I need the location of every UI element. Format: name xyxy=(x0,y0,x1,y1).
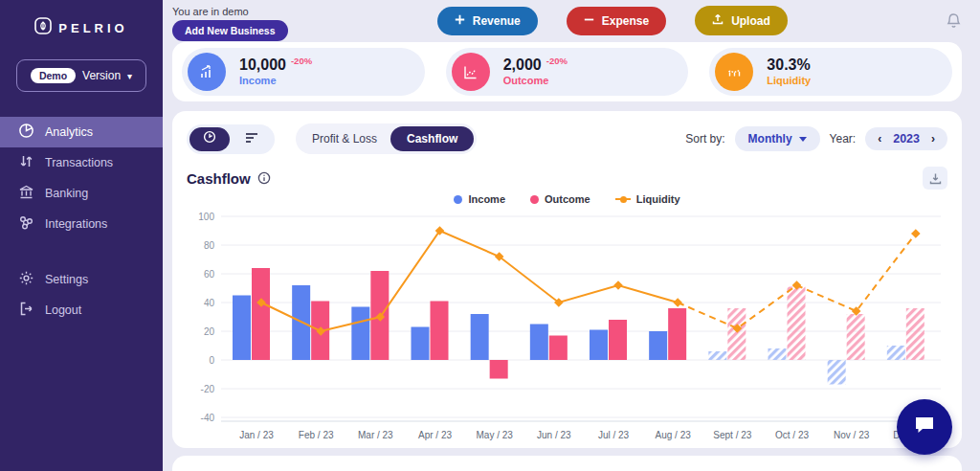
legend-income[interactable]: Income xyxy=(454,193,505,205)
integrations-icon xyxy=(18,214,34,234)
bank-icon xyxy=(18,184,34,203)
demo-badge: Demo xyxy=(31,68,76,83)
sidebar-item-settings[interactable]: Settings xyxy=(0,264,163,295)
chat-widget-button[interactable] xyxy=(897,399,952,455)
liquidity-value: 30.3% xyxy=(767,56,811,74)
plus-icon xyxy=(455,14,465,28)
sidebar-nav: Analytics Transactions Banking Integrati… xyxy=(0,117,163,325)
year-label: Year: xyxy=(830,132,857,146)
svg-text:100: 100 xyxy=(198,212,214,222)
cashflow-chart[interactable]: 100806040200-20-40Jan / 23Feb / 23Mar / … xyxy=(187,207,947,448)
outcome-value: 2,000-20% xyxy=(503,56,568,75)
svg-text:Nov / 23: Nov / 23 xyxy=(834,430,870,440)
stats-card: 10,000-20% Income 2,000-20% Outcome 30.3… xyxy=(172,42,962,101)
stat-liquidity: 30.3% Liquidity xyxy=(709,48,952,96)
svg-text:Aug / 23: Aug / 23 xyxy=(656,430,692,440)
topbar: You are in demo Add New Business Revenue… xyxy=(172,0,962,41)
income-label: Income xyxy=(239,75,312,87)
sort-dropdown[interactable]: Monthly xyxy=(735,126,820,151)
svg-text:-20: -20 xyxy=(201,384,215,394)
notifications-bell-icon[interactable] xyxy=(937,12,962,30)
sidebar: PELRIO Demo Version ▾ Analytics Transact… xyxy=(0,0,163,471)
sort-by-label: Sort by: xyxy=(685,132,724,146)
legend-liquidity[interactable]: Liquidity xyxy=(615,193,680,205)
liquidity-label: Liquidity xyxy=(767,75,811,87)
gear-icon xyxy=(18,270,34,289)
svg-text:40: 40 xyxy=(204,298,215,308)
chart-tabs: Profit & Loss Cashflow xyxy=(296,123,477,154)
svg-text:60: 60 xyxy=(204,269,215,280)
bars-list-icon xyxy=(245,130,258,147)
version-selector[interactable]: Demo Version ▾ xyxy=(16,59,146,92)
year-value: 2023 xyxy=(893,132,920,146)
app-logo: PELRIO xyxy=(0,0,163,38)
download-chart-button[interactable] xyxy=(923,167,947,190)
chart-controls: Profit & Loss Cashflow Sort by: Monthly … xyxy=(187,123,947,154)
leaf-logo-icon xyxy=(34,17,52,38)
minus-icon xyxy=(584,14,594,28)
svg-text:Jun / 23: Jun / 23 xyxy=(537,430,571,440)
svg-text:Jul / 23: Jul / 23 xyxy=(598,430,630,440)
next-year-button[interactable]: › xyxy=(931,133,935,145)
prev-year-button[interactable]: ‹ xyxy=(878,133,881,145)
svg-text:May / 23: May / 23 xyxy=(476,430,513,440)
income-legend-dot xyxy=(454,195,462,204)
svg-text:Sept / 23: Sept / 23 xyxy=(713,430,751,440)
sidebar-item-banking[interactable]: Banking xyxy=(0,178,163,209)
pie-chart-icon xyxy=(18,123,34,142)
sidebar-item-logout[interactable]: Logout xyxy=(0,295,163,325)
income-value: 10,000-20% xyxy=(239,56,312,75)
upload-icon xyxy=(712,13,724,28)
outcome-legend-dot xyxy=(530,195,539,204)
sidebar-item-analytics[interactable]: Analytics xyxy=(0,117,163,147)
income-delta: -20% xyxy=(291,56,312,66)
info-icon[interactable] xyxy=(257,171,271,185)
cashflow-card: Profit & Loss Cashflow Sort by: Monthly … xyxy=(172,111,962,448)
svg-text:Oct / 23: Oct / 23 xyxy=(775,430,809,440)
demo-note: You are in demo xyxy=(172,6,288,17)
svg-text:20: 20 xyxy=(204,326,215,337)
svg-text:Mar / 23: Mar / 23 xyxy=(358,430,393,440)
stat-outcome: 2,000-20% Outcome xyxy=(446,48,689,96)
svg-text:-40: -40 xyxy=(201,413,215,423)
arrows-updown-icon xyxy=(18,153,34,172)
chat-icon xyxy=(913,415,936,439)
clock-icon xyxy=(203,130,216,147)
legend-outcome[interactable]: Outcome xyxy=(530,193,590,205)
time-view-button[interactable] xyxy=(189,127,230,151)
page-title: Cashflow xyxy=(187,170,251,187)
bar-trend-icon xyxy=(188,53,226,91)
add-new-business-button[interactable]: Add New Business xyxy=(172,20,288,41)
upload-button[interactable]: Upload xyxy=(695,6,788,35)
sidebar-item-integrations[interactable]: Integrations xyxy=(0,209,163,239)
revenue-button[interactable]: Revenue xyxy=(437,7,538,35)
svg-text:0: 0 xyxy=(209,355,214,366)
caret-down-icon xyxy=(799,137,807,142)
line-chart-icon xyxy=(715,53,753,91)
tab-profit-loss[interactable]: Profit & Loss xyxy=(299,126,390,151)
liquidity-legend-marker xyxy=(615,198,631,200)
year-selector: ‹ 2023 › xyxy=(865,127,947,150)
tab-cashflow[interactable]: Cashflow xyxy=(390,126,474,151)
view-mode-toggle xyxy=(187,124,275,154)
outcome-delta: -20% xyxy=(546,56,568,66)
chart-frame-icon xyxy=(452,53,490,91)
chevron-down-icon: ▾ xyxy=(127,71,132,81)
main-content: You are in demo Add New Business Revenue… xyxy=(163,0,980,471)
app-name: PELRIO xyxy=(58,21,127,35)
svg-text:Jan / 23: Jan / 23 xyxy=(239,430,274,440)
svg-text:Apr / 23: Apr / 23 xyxy=(418,430,452,440)
sidebar-item-transactions[interactable]: Transactions xyxy=(0,147,163,178)
next-section-card xyxy=(172,456,962,471)
expense-button[interactable]: Expense xyxy=(567,7,666,35)
svg-text:80: 80 xyxy=(204,240,215,251)
bars-view-button[interactable] xyxy=(232,127,272,151)
stat-income: 10,000-20% Income xyxy=(182,48,425,96)
logout-icon xyxy=(18,301,34,320)
outcome-label: Outcome xyxy=(503,75,568,87)
chart-legend: Income Outcome Liquidity xyxy=(187,193,947,205)
svg-text:Feb / 23: Feb / 23 xyxy=(299,430,334,440)
